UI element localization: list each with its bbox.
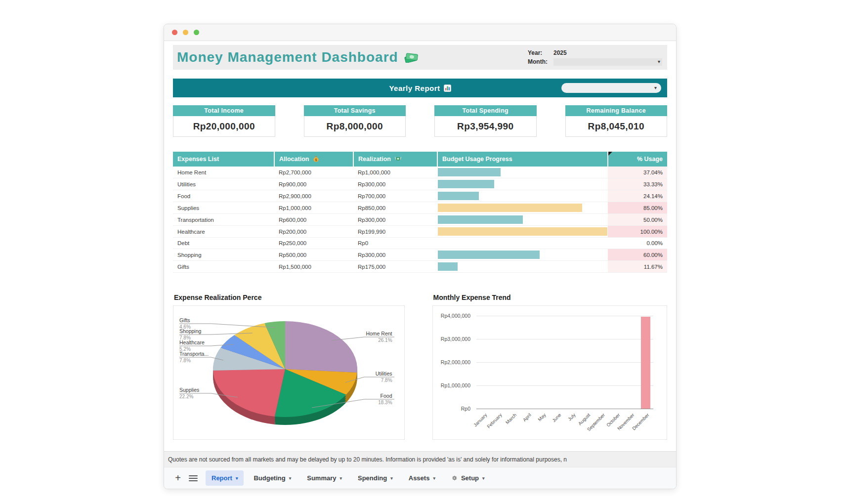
expense-realization: Rp850,000 (353, 202, 437, 214)
all-sheets-menu-icon[interactable] (189, 475, 198, 481)
usage-percent: 37.04% (608, 167, 667, 178)
bar-chart-icon (444, 84, 451, 92)
summary-cards: Total Income Rp20,000,000 Total Savings … (173, 105, 667, 137)
header-budget-usage-progress: Budget Usage Progress (437, 152, 608, 167)
pie-label-name: Food (378, 393, 392, 399)
x-axis-tick: February (486, 412, 503, 429)
budget-usage-bar-cell (437, 190, 608, 202)
year-value: 2025 (553, 49, 567, 56)
tab-menu-caret[interactable]: ▾ (289, 476, 292, 481)
sheet-tab-label: Spending (358, 474, 387, 482)
header-allocation: Allocation $ (274, 152, 353, 167)
card-total-savings: Total Savings Rp8,000,000 (304, 105, 406, 137)
card-label: Total Savings (304, 105, 406, 116)
pie-chart (173, 306, 406, 439)
usage-percent: 50.00% (608, 214, 667, 226)
expense-name: Supplies (173, 202, 274, 214)
close-window-button[interactable] (172, 30, 177, 35)
report-period-select[interactable]: ▾ (561, 83, 661, 93)
expense-realization: Rp300,000 (353, 214, 437, 226)
sheet-tab-summary[interactable]: Summary▾ (301, 470, 348, 486)
card-value: Rp3,954,990 (434, 116, 537, 137)
x-axis-tick: July (567, 412, 577, 422)
sheet-tab-label: Assets (409, 474, 430, 482)
x-axis-line (476, 409, 653, 409)
expense-row: DebtRp250,000Rp00.00% (173, 238, 667, 249)
y-axis-tick: Rp2,000,000 (441, 359, 470, 365)
budget-usage-bar-cell (437, 214, 608, 226)
budget-usage-bar (438, 251, 540, 259)
expenses-table: Expenses List Allocation $ Realization (173, 152, 667, 273)
expense-allocation: Rp250,000 (274, 238, 353, 249)
pie-label-name: Home Rent (366, 331, 392, 336)
card-value: Rp8,045,010 (565, 116, 668, 137)
pie-callout-label: Supplies22.2% (179, 387, 199, 399)
usage-percent: 0.00% (608, 238, 667, 249)
page-title: Money Management Dashboard (177, 49, 418, 65)
expense-realization: Rp300,000 (353, 249, 437, 261)
minimize-window-button[interactable] (183, 30, 188, 35)
quotes-disclaimer: Quotes are not sourced from all markets … (164, 451, 676, 467)
expense-allocation: Rp2,700,000 (274, 167, 353, 178)
usage-percent: 100.00% (608, 226, 667, 238)
pie-label-name: Supplies (179, 387, 199, 393)
moneybag-icon: $ (313, 156, 319, 162)
sheet-tab-budgeting[interactable]: Budgeting▾ (248, 470, 297, 486)
expense-name: Debt (173, 238, 274, 249)
card-remaining-balance: Remaining Balance Rp8,045,010 (565, 105, 668, 137)
expense-name: Shopping (173, 249, 274, 261)
expense-row: HealthcareRp200,000Rp199,990100.00% (173, 226, 667, 238)
budget-usage-bar-cell (437, 238, 608, 249)
expense-row: FoodRp2,900,000Rp700,00024.14% (173, 190, 667, 202)
sheet-tab-assets[interactable]: Assets▾ (403, 470, 441, 486)
pie-label-name: Utilities (376, 371, 392, 377)
header-usage-percent: % Usage (608, 152, 667, 167)
pie-callout-label: Transporta...7.8% (179, 351, 209, 363)
expense-row: GiftsRp1,500,000Rp175,00011.67% (173, 261, 667, 273)
tab-menu-caret[interactable]: ▾ (433, 476, 435, 481)
tab-menu-caret[interactable]: ▾ (236, 476, 238, 481)
sheet-tab-setup[interactable]: Setup▾ (445, 470, 491, 486)
sheet-tab-label: Report (212, 474, 232, 482)
dashboard-header: Money Management Dashboard Year: (173, 45, 667, 70)
sheet-tab-report[interactable]: Report▾ (206, 470, 244, 486)
expense-row: SuppliesRp1,000,000Rp850,00085.00% (173, 202, 667, 214)
pie-chart-block: Expense Realization Perce Gifts4.6%Shopp… (173, 294, 405, 440)
expense-name: Gifts (173, 261, 274, 273)
card-total-income: Total Income Rp20,000,000 (173, 105, 275, 137)
expense-allocation: Rp1,500,000 (274, 261, 353, 273)
budget-usage-bar-cell (437, 249, 608, 261)
card-label: Remaining Balance (565, 105, 668, 116)
period-selectors: Year: 2025 Month: ▾ (528, 48, 662, 66)
expense-allocation: Rp1,000,000 (274, 202, 353, 214)
add-sheet-button[interactable]: + (172, 472, 184, 484)
expense-allocation: Rp500,000 (274, 249, 353, 261)
month-label: Month: (528, 58, 553, 65)
expense-name: Healthcare (173, 226, 274, 238)
card-value: Rp20,000,000 (173, 116, 275, 137)
expense-allocation: Rp900,000 (274, 178, 353, 190)
usage-percent: 33.33% (608, 178, 667, 190)
pie-label-percent: 7.8% (376, 377, 392, 383)
expense-realization: Rp300,000 (353, 178, 437, 190)
expenses-table-header-row: Expenses List Allocation $ Realization (173, 152, 667, 167)
fullscreen-window-button[interactable] (194, 30, 199, 35)
pie-callout-label: Healthcare5.2% (179, 340, 205, 352)
gear-icon (451, 475, 458, 481)
sheet-tab-spending[interactable]: Spending▾ (352, 470, 399, 486)
money-wings-icon (394, 156, 402, 162)
y-axis-tick: Rp1,000,000 (441, 382, 470, 388)
y-axis-tick: Rp3,000,000 (441, 336, 470, 342)
month-select[interactable]: ▾ (553, 58, 662, 66)
report-banner: Yearly Report ▾ (173, 79, 667, 97)
screenshot-page: Money Management Dashboard Year: (0, 0, 848, 504)
budget-usage-bar-cell (437, 226, 608, 238)
tab-menu-caret[interactable]: ▾ (339, 476, 342, 481)
expense-allocation: Rp2,900,000 (274, 190, 353, 202)
card-total-spending: Total Spending Rp3,954,990 (434, 105, 537, 137)
tab-menu-caret[interactable]: ▾ (390, 476, 393, 481)
pie-callout-label: Food18.3% (378, 393, 392, 405)
expense-row: TransportationRp600,000Rp300,00050.00% (173, 214, 667, 226)
tab-menu-caret[interactable]: ▾ (482, 476, 485, 481)
sheet-tab-label: Setup (461, 474, 479, 482)
